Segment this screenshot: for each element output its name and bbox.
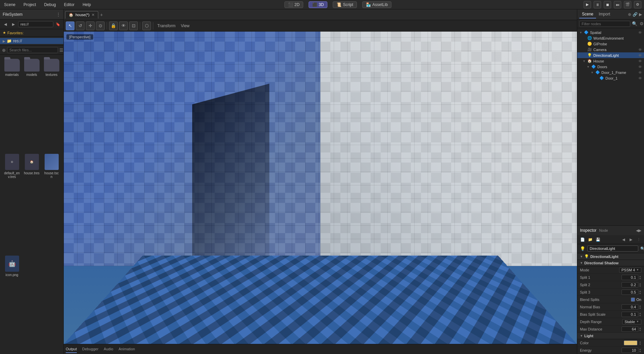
insp-save-icon[interactable]: 💾 bbox=[595, 236, 601, 243]
insp-value-normalbias[interactable]: 0.4 bbox=[622, 304, 638, 310]
tree-node-door1[interactable]: 🔷 Door_1 👁 bbox=[577, 75, 644, 81]
menu-help[interactable]: Help bbox=[81, 2, 92, 7]
insp-split2-stepper[interactable]: ▲▼ bbox=[639, 282, 641, 287]
fs-item-house-tscn[interactable]: house.tscn bbox=[42, 152, 61, 253]
insp-cat-directionallight[interactable]: ▼ 💡 DirectionalLight bbox=[577, 253, 644, 260]
tree-node-dirlight[interactable]: 💡 DirectionalLight 👁 bbox=[577, 52, 644, 58]
insp-split1-stepper[interactable]: ▲▼ bbox=[639, 275, 641, 280]
insp-value-depthrange[interactable]: Stable bbox=[622, 319, 641, 324]
tree-node-giprobe[interactable]: 🟡 GIProbe bbox=[577, 41, 644, 47]
scene-search-input[interactable] bbox=[579, 21, 630, 27]
fs-list-toggle-icon[interactable]: ☰ bbox=[59, 48, 63, 53]
output-tab-audio[interactable]: Audio bbox=[104, 346, 113, 353]
insp-new-file-icon[interactable]: 📄 bbox=[579, 236, 586, 243]
insp-value-maxdistance[interactable]: 64 bbox=[622, 326, 638, 332]
fs-item-models[interactable]: models bbox=[22, 57, 41, 151]
output-tab-debugger[interactable]: Debugger bbox=[82, 346, 98, 353]
movie-button[interactable]: 🎬 bbox=[624, 1, 631, 8]
tool-local[interactable]: ⬡ bbox=[142, 21, 151, 30]
scene-link-icon[interactable]: 🔗 bbox=[633, 12, 638, 17]
insp-value-split2[interactable]: 0.2 bbox=[622, 282, 638, 287]
tree-node-doors[interactable]: ▼ 🔷 Doors 👁 bbox=[577, 64, 644, 70]
insp-history-icon[interactable]: ⋮ bbox=[635, 236, 642, 243]
tree-node-spatial[interactable]: ▼ 🔷 Spatial 👁 bbox=[577, 30, 644, 35]
fs-tree-item-res[interactable]: ▶ 📁 res:// bbox=[0, 38, 63, 44]
insp-prev-button[interactable]: ◀ bbox=[620, 236, 627, 243]
insp-node-name-input[interactable] bbox=[587, 246, 638, 252]
transform-label[interactable]: Transform bbox=[155, 24, 177, 28]
scene-add-node-icon[interactable]: ⊕ bbox=[628, 12, 631, 17]
door1-eye-icon[interactable]: 👁 bbox=[638, 76, 642, 80]
insp-value-mode[interactable]: PSSM 4 bbox=[619, 267, 641, 273]
tab-scene[interactable]: Scene bbox=[579, 10, 596, 18]
insp-value-split3[interactable]: 0.5 bbox=[622, 290, 638, 295]
play-button[interactable]: ▶ bbox=[584, 1, 591, 8]
tab-close-button[interactable]: ✕ bbox=[92, 13, 95, 17]
btn-script[interactable]: 📜 Script bbox=[333, 1, 357, 8]
viewport[interactable]: [Perspective] bbox=[64, 32, 577, 344]
spatial-eye-icon[interactable]: 👁 bbox=[638, 31, 642, 35]
pause-button[interactable]: ⏸ bbox=[594, 1, 601, 8]
tool-scale[interactable]: ⊙ bbox=[96, 21, 105, 30]
menu-debug[interactable]: Debug bbox=[43, 2, 57, 7]
fs-search-input[interactable] bbox=[7, 47, 58, 53]
insp-value-energy[interactable]: 10 bbox=[622, 348, 638, 353]
insp-biassplitscale-stepper[interactable]: ▲▼ bbox=[639, 312, 641, 317]
output-tab-output[interactable]: Output bbox=[66, 346, 77, 353]
insp-normalbias-stepper[interactable]: ▲▼ bbox=[639, 305, 641, 309]
fs-item-default-env[interactable]: ⊕ default_env.tres bbox=[3, 152, 21, 253]
stop-button[interactable]: ⏹ bbox=[604, 1, 611, 8]
inspector-collapse-icon[interactable]: ◀▶ bbox=[636, 228, 641, 233]
tab-house[interactable]: 🏠 house(*) ✕ bbox=[65, 11, 98, 18]
menu-editor[interactable]: Editor bbox=[63, 2, 76, 7]
scene-search-icon[interactable]: 🔍 bbox=[631, 20, 638, 27]
btn-assetlib[interactable]: 🏪 AssetLib bbox=[362, 1, 391, 8]
step-button[interactable]: ⏭ bbox=[614, 1, 621, 8]
btn-3d[interactable]: ⬛ 3D bbox=[309, 1, 327, 8]
tool-rotate[interactable]: ↺ bbox=[76, 21, 85, 30]
tab-import[interactable]: Import bbox=[596, 10, 613, 18]
insp-split3-stepper[interactable]: ▲▼ bbox=[639, 290, 641, 295]
insp-checkbox-blendsplits[interactable] bbox=[631, 298, 635, 302]
tool-move[interactable]: ✛ bbox=[86, 21, 95, 30]
filesystem-menu-icon[interactable]: ⋮ bbox=[56, 12, 61, 17]
view-label[interactable]: View bbox=[179, 24, 192, 28]
insp-value-split1[interactable]: 0.1 bbox=[622, 275, 638, 280]
tool-select[interactable]: ↖ bbox=[66, 21, 74, 30]
tree-node-camera[interactable]: 🎥 Camera 👁 bbox=[577, 47, 644, 52]
insp-cat-light[interactable]: ▼ Light bbox=[577, 333, 644, 339]
fs-item-textures[interactable]: textures bbox=[42, 57, 61, 151]
tool-group[interactable]: ⊡ bbox=[129, 21, 138, 30]
doors-eye-icon[interactable]: 👁 bbox=[638, 65, 642, 69]
insp-value-biassplitscale[interactable]: 0.1 bbox=[622, 312, 638, 317]
fs-item-house-tres[interactable]: 🏠 house.tres bbox=[22, 152, 41, 253]
camera-eye-icon[interactable]: 👁 bbox=[638, 48, 642, 52]
insp-maxdistance-stepper[interactable]: ▲▼ bbox=[639, 327, 641, 331]
fs-forward-btn[interactable]: ▶ bbox=[10, 21, 17, 28]
fs-new-folder-icon[interactable]: ⊕ bbox=[2, 48, 6, 53]
tree-node-house[interactable]: ▼ 🏠 House 👁 bbox=[577, 58, 644, 64]
menu-scene[interactable]: Scene bbox=[3, 2, 17, 7]
output-tab-animation[interactable]: Animation bbox=[119, 346, 135, 353]
menu-project[interactable]: Project bbox=[22, 2, 37, 7]
fs-item-materials[interactable]: materials bbox=[3, 57, 21, 151]
fs-back-btn[interactable]: ◀ bbox=[2, 21, 9, 28]
insp-color-stepper[interactable]: ▲▼ bbox=[639, 341, 641, 345]
fs-bookmark-btn[interactable]: 🔖 bbox=[55, 21, 61, 28]
tree-node-worldenv[interactable]: 🌐 WorldEnvironment bbox=[577, 35, 644, 41]
insp-energy-stepper[interactable]: ▲▼ bbox=[639, 348, 641, 353]
scene-settings-icon[interactable]: ⚙ bbox=[639, 20, 644, 27]
dirlight-eye-icon[interactable]: 👁 bbox=[638, 53, 642, 57]
tool-lock[interactable]: 🔒 bbox=[109, 21, 118, 30]
fs-item-icon[interactable]: 🤖 icon.png bbox=[3, 254, 21, 351]
insp-next-button[interactable]: ▶ bbox=[628, 236, 634, 243]
insp-folder-icon[interactable]: 📁 bbox=[587, 236, 594, 243]
door1frame-eye-icon[interactable]: 👁 bbox=[638, 71, 642, 75]
house-eye-icon[interactable]: 👁 bbox=[638, 59, 642, 63]
settings-button[interactable]: ⚙ bbox=[634, 1, 641, 8]
insp-search-icon[interactable]: 🔍 bbox=[640, 247, 644, 251]
scene-filter-icon[interactable]: ▶ bbox=[639, 12, 642, 17]
insp-cat-dirshadow[interactable]: ▼ Directional Shadow bbox=[577, 260, 644, 266]
insp-color-swatch[interactable] bbox=[624, 341, 637, 345]
tree-node-door1frame[interactable]: ▼ 🔷 Door_1_Frame 👁 bbox=[577, 70, 644, 75]
